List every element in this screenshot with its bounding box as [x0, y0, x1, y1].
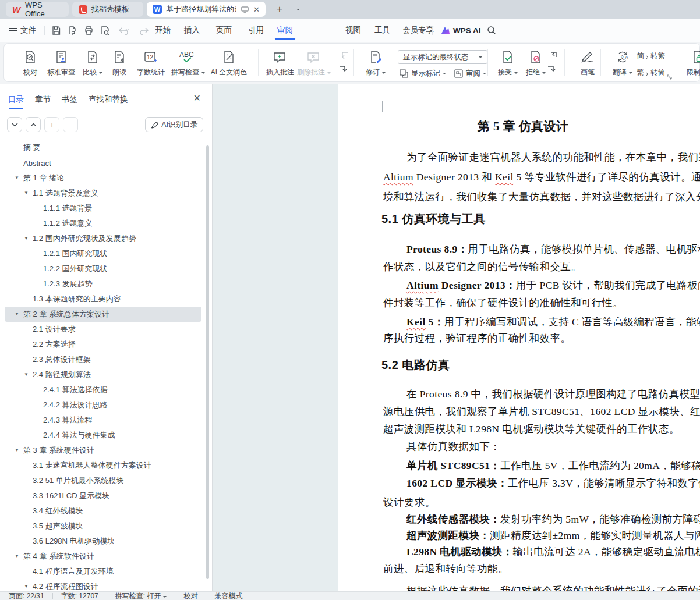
menu-item-1[interactable]: 开始	[150, 19, 175, 42]
toc-item[interactable]: 2.4.3 算法流程	[0, 413, 205, 428]
toc-item[interactable]: 4.1 程序语言及开发环境	[0, 564, 205, 579]
tab-docer-templates[interactable]: 找稻壳模板	[72, 2, 143, 17]
ai-polish-button[interactable]: AI 全文润色	[207, 48, 251, 77]
toc-item[interactable]: ▼2.4 路径规划算法	[0, 367, 205, 382]
insert-comment-button[interactable]: 插入批注	[261, 48, 299, 77]
menu-item-4[interactable]: 引用	[243, 19, 268, 42]
traditional-to-simplified-button[interactable]: 繁 转简	[637, 66, 665, 80]
collapse-all-button[interactable]	[7, 117, 22, 132]
document-text-line: 超声波测距模块：测距精度达到±2mm，能够实时测量机器人与障碍物	[406, 527, 700, 544]
menu-item-7[interactable]: 工具	[370, 19, 395, 42]
next-change-icon[interactable]	[545, 62, 560, 76]
wps-ai-menu[interactable]: WPS AI	[441, 19, 481, 42]
toc-item[interactable]: ▼第 2 章 系统总体方案设计	[5, 307, 201, 322]
toc-item[interactable]: 1.2.3 发展趋势	[0, 276, 205, 292]
close-sidebar-icon[interactable]: ✕	[193, 93, 201, 104]
new-tab-button[interactable]: +	[273, 2, 287, 16]
toc-item[interactable]: ▼第 3 章 系统硬件设计	[0, 443, 205, 458]
menu-item-6[interactable]: 视图	[341, 19, 366, 42]
file-menu[interactable]: 文件	[9, 19, 36, 42]
toc-item-label: 4.1 程序语言及开发环境	[33, 566, 114, 577]
toc-item[interactable]: 2.4.1 算法选择依据	[0, 382, 205, 397]
spell-check-button[interactable]: ABC 拼写检查	[169, 48, 207, 77]
spellcheck-indicator[interactable]: 拼写检查: 打开	[115, 591, 167, 600]
tab-list-chevron-icon[interactable]	[290, 2, 304, 16]
menu-item-5[interactable]: 审阅	[273, 19, 298, 42]
show-markup-button[interactable]: 显示标记	[399, 66, 446, 80]
toc-item[interactable]: 1.3 本课题研究的主要内容	[0, 292, 205, 307]
document-area: 第 5 章 仿真设计为了全面验证走迷宫机器人系统的功能和性能，在本章中，我们采用…	[213, 84, 700, 591]
toc-expand-arrow-icon[interactable]: ▼	[15, 448, 19, 453]
next-comment-icon[interactable]	[336, 62, 351, 76]
menu-item-2[interactable]: 插入	[179, 19, 204, 42]
toc-item[interactable]: 3.2 51 单片机最小系统模块	[0, 473, 205, 488]
sidebar-tab-4[interactable]: 查找和替换	[89, 91, 128, 108]
document-text-line: 作状态，以及它们之间的信号传输和交互。	[383, 258, 581, 275]
toc-item[interactable]: ▼第 1 章 绪论	[0, 171, 205, 186]
toc-item[interactable]: 1.1.2 选题意义	[0, 216, 205, 231]
search-icon[interactable]	[485, 23, 499, 37]
toc-item[interactable]: 3.4 红外线模块	[0, 503, 205, 519]
translate-button[interactable]: 文A 翻译	[604, 48, 641, 77]
print-icon[interactable]	[82, 23, 96, 37]
toc-item[interactable]: ▼第 4 章 系统软件设计	[0, 549, 205, 564]
toc-item[interactable]: ▼1.1 选题背景及意义	[0, 186, 205, 201]
toc-expand-arrow-icon[interactable]: ▼	[24, 236, 29, 241]
toc-item[interactable]: 1.2.1 国内研究现状	[0, 246, 205, 261]
tab-document-active[interactable]: W 基于路径规划算法的走迷宫机 ✕	[147, 2, 266, 17]
toc-item[interactable]: 摘 要	[0, 140, 205, 155]
toc-expand-arrow-icon[interactable]: ▼	[24, 190, 29, 196]
toc-item[interactable]: 3.3 1621LCD 显示模块	[0, 488, 205, 503]
toc-item[interactable]: Abstract	[0, 155, 205, 171]
document-text-run: 5.1 仿真环境与工具	[381, 212, 486, 225]
margin-corner-mark	[373, 101, 383, 112]
expand-all-button[interactable]	[26, 117, 41, 132]
dialog-launcher-icon[interactable]	[667, 74, 673, 80]
simplified-to-traditional-button[interactable]: 简 转繁	[637, 49, 665, 63]
toc-item[interactable]: 3.6 L298N 电机驱动模块	[0, 534, 205, 549]
zoom-in-toc-button[interactable]: +	[44, 117, 59, 132]
document-text-line: Altium Designer 2013 和 Keil 5 等专业软件进行了详尽…	[383, 168, 700, 186]
toc-expand-arrow-icon[interactable]: ▼	[24, 372, 29, 377]
monitor-icon[interactable]	[241, 6, 249, 13]
document-text-run: 用于电路仿真，能够模拟单片机、传感器、电机驱动等硬	[468, 243, 700, 255]
sidebar-tab-1[interactable]: 目录	[8, 91, 24, 108]
toc-item[interactable]: 3.1 走迷宫机器人整体硬件方案设计	[0, 458, 205, 473]
markup-state-combobox[interactable]: 显示标记的最终状态	[398, 50, 487, 64]
export-pdf-icon[interactable]	[65, 23, 79, 37]
toc-item[interactable]: 2.3 总体设计框架	[0, 352, 205, 367]
toc-item[interactable]: 2.4.4 算法与硬件集成	[0, 428, 205, 443]
word-count-button[interactable]: 12 字数统计	[132, 48, 169, 77]
print-preview-icon[interactable]	[98, 23, 112, 37]
toc-item[interactable]: 2.4.2 算法设计思路	[0, 397, 205, 413]
toc-expand-arrow-icon[interactable]: ▼	[24, 584, 29, 589]
restrict-editing-button[interactable]: 限制编辑	[678, 48, 700, 77]
tab-wps-office[interactable]: W WPS Office	[6, 2, 69, 17]
previous-change-icon[interactable]	[545, 48, 560, 62]
toc-item[interactable]: 2.1 设计要求	[0, 322, 205, 337]
word-count-indicator[interactable]: 字数: 12707	[61, 591, 98, 600]
toc-item[interactable]: 1.2.2 国外研究现状	[0, 261, 205, 276]
document-page[interactable]: 第 5 章 仿真设计为了全面验证走迷宫机器人系统的功能和性能，在本章中，我们采用…	[338, 84, 700, 591]
save-icon[interactable]	[49, 23, 63, 37]
toc-expand-arrow-icon[interactable]: ▼	[15, 311, 19, 317]
toc-expand-arrow-icon[interactable]: ▼	[15, 553, 19, 559]
sidebar-scrollbar[interactable]	[206, 145, 209, 579]
toc-expand-arrow-icon[interactable]: ▼	[15, 175, 19, 180]
zoom-out-toc-button[interactable]: −	[63, 117, 78, 132]
menu-item-3[interactable]: 页面	[211, 19, 236, 42]
review-mode-button[interactable]: 审阅	[454, 66, 486, 80]
docer-logo-icon	[78, 5, 87, 14]
page-indicator[interactable]: 页面: 22/31	[9, 591, 44, 600]
toc-item[interactable]: 2.2 方案选择	[0, 337, 205, 352]
toc-item[interactable]: ▼1.2 国内外研究现状及发展趋势	[0, 231, 205, 246]
sidebar-tab-3[interactable]: 书签	[62, 91, 77, 108]
proofread-status[interactable]: 校对	[183, 591, 197, 600]
sidebar-tab-2[interactable]: 章节	[35, 91, 51, 108]
toc-item[interactable]: 3.5 超声波模块	[0, 519, 205, 534]
close-tab-icon[interactable]: ✕	[253, 5, 260, 14]
ai-recognize-toc-button[interactable]: AI识别目录	[145, 117, 203, 132]
toc-item[interactable]: ▼4.2 程序流程图设计	[0, 579, 205, 591]
toc-item[interactable]: 1.1.1 选题背景	[0, 201, 205, 216]
track-changes-button[interactable]: 修订	[357, 48, 394, 77]
